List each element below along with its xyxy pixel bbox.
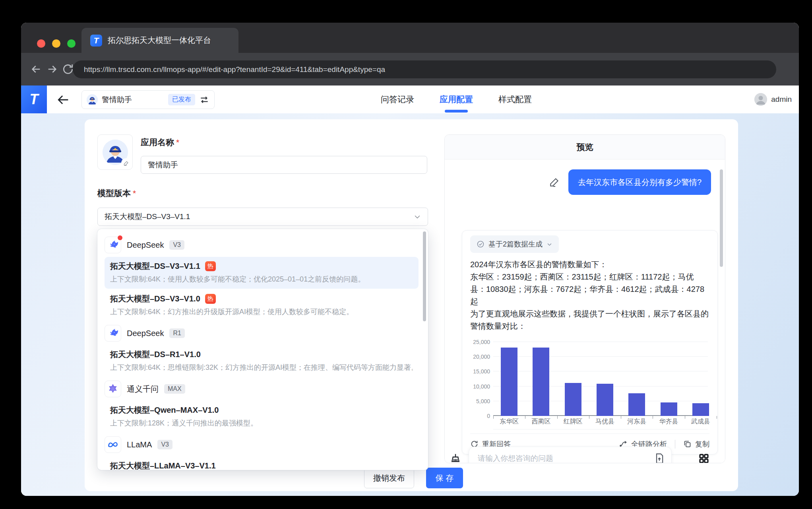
model-group-DeepSeek-V3: DeepSeekV3 bbox=[105, 234, 419, 256]
chevron-down-icon bbox=[547, 241, 552, 247]
model-option[interactable]: 拓天大模型–LLaMA–V3–V1.1上下文限制:8K；优化2024–12–25… bbox=[105, 457, 419, 470]
tab-title: 拓尔思拓天大模型一体化平台 bbox=[108, 35, 211, 46]
answer-line: 东华区：23159起；西蔺区：23115起；红牌区：11172起；马优县：108… bbox=[470, 271, 709, 308]
notification-dot bbox=[118, 235, 122, 240]
back-arrow-icon[interactable] bbox=[57, 93, 70, 107]
model-select[interactable]: 拓天大模型–DS–V3–V1.1 bbox=[97, 208, 428, 226]
header-tabs: 问答记录应用配置样式配置 bbox=[381, 85, 532, 113]
switch-app-icon[interactable] bbox=[199, 95, 209, 105]
app-header: T 警情助手 已发布 问答记录应用配置样式配置 admin bbox=[21, 85, 799, 113]
input-placeholder: 请输入你想咨询的问题 bbox=[478, 453, 553, 463]
apps-grid-icon[interactable] bbox=[698, 453, 710, 463]
provider-name: DeepSeek bbox=[127, 329, 164, 338]
y-axis-tick: 20,000 bbox=[473, 354, 490, 360]
bar-马优县 bbox=[597, 384, 613, 416]
url-bar[interactable]: https://llm.trscd.com.cn/llmops-app/#/ed… bbox=[73, 60, 776, 78]
hot-badge: 热 bbox=[205, 261, 216, 271]
browser-titlebar: T 拓尔思拓天大模型一体化平台 bbox=[21, 23, 799, 53]
provider-version-badge: V3 bbox=[169, 240, 184, 250]
published-status-badge: 已发布 bbox=[168, 94, 195, 105]
browser-tab[interactable]: T 拓尔思拓天大模型一体化平台 bbox=[81, 28, 238, 53]
deepseek-logo-icon bbox=[105, 237, 121, 253]
chat-area: 去年汉东市各区县分别有多少警情? 基于2篇数据生成 2024年汉东市各区县的警情 bbox=[445, 159, 725, 463]
app-name-input[interactable]: 警情助手 bbox=[141, 156, 427, 174]
x-axis-label: 华齐县 bbox=[653, 418, 684, 426]
clear-conversation-icon[interactable] bbox=[450, 453, 461, 463]
user-message-row: 去年汉东市各区县分别有多少警情? bbox=[445, 169, 725, 195]
edit-question-icon[interactable] bbox=[549, 177, 560, 187]
close-window-button[interactable] bbox=[37, 39, 45, 48]
app-avatar-card[interactable] bbox=[97, 134, 133, 170]
chevron-down-icon bbox=[413, 213, 421, 221]
model-option-name: 拓天大模型–DS–R1–V1.0 bbox=[110, 349, 201, 360]
username: admin bbox=[771, 95, 792, 104]
bar-武成县 bbox=[692, 403, 709, 416]
model-option-name: 拓天大模型–Qwen–MAX–V1.0 bbox=[110, 405, 219, 416]
save-button[interactable]: 保 存 bbox=[426, 468, 463, 488]
answer-line: 为了更直观地展示这些数据，我提供了一个柱状图，展示了各区县的警情数量对比： bbox=[470, 308, 709, 332]
user-menu[interactable]: admin bbox=[754, 85, 792, 113]
y-axis-tick: 25,000 bbox=[473, 339, 490, 345]
provider-name: DeepSeek bbox=[127, 241, 164, 250]
upload-file-icon[interactable] bbox=[654, 453, 665, 463]
app-switcher[interactable]: 警情助手 已发布 bbox=[81, 90, 215, 109]
tab-问答记录[interactable]: 问答记录 bbox=[381, 85, 414, 113]
y-axis-tick: 5,000 bbox=[476, 398, 490, 404]
zoom-window-button[interactable] bbox=[67, 39, 76, 48]
preview-panel: 预览 去年汉东市各区县分别有多少警情? 基于 bbox=[444, 134, 725, 463]
hot-badge: 热 bbox=[205, 294, 216, 304]
app-avatar bbox=[87, 94, 98, 105]
model-option[interactable]: 拓天大模型–DS–R1–V1.0上下文限制:64K；思维链限制:32K；幻方推出… bbox=[105, 345, 419, 377]
bar-东华区 bbox=[501, 348, 517, 416]
y-axis-tick: 15,000 bbox=[473, 368, 490, 375]
model-dropdown: DeepSeekV3拓天大模型–DS–V3–V1.1热上下文限制:64K；使用人… bbox=[97, 229, 428, 470]
x-axis-label: 马优县 bbox=[589, 418, 621, 426]
app-config-card: 应用名称* 警情助手 模型版本* 拓天大模型–DS–V3–V1.1 DeepSe… bbox=[85, 119, 738, 491]
model-option-description: 上下文限制:64K；使用人数较多可能不稳定；优化2025–01–01之前反馈的问… bbox=[110, 274, 413, 284]
footer-buttons: 撤销发布 保 存 bbox=[85, 468, 738, 488]
model-group-LLaMA-V3: LLaMAV3 bbox=[105, 433, 419, 456]
favicon: T bbox=[90, 35, 102, 47]
trs-logo[interactable]: T bbox=[21, 85, 47, 113]
assistant-answer-text: 2024年汉东市各区县的警情数量如下：东华区：23159起；西蔺区：23115起… bbox=[470, 258, 709, 332]
x-axis-label: 河东县 bbox=[621, 418, 653, 426]
browser-toolbar: https://llm.trscd.com.cn/llmops-app/#/ed… bbox=[21, 53, 799, 85]
model-option-description: 上下文限制:128K；通义千问推出的最强模型。 bbox=[110, 418, 413, 428]
x-axis-label: 武成县 bbox=[685, 418, 717, 426]
dropdown-scrollbar[interactable] bbox=[423, 231, 426, 321]
app-name-label: 应用名称* bbox=[141, 137, 179, 148]
question-input[interactable]: 请输入你想咨询的问题 bbox=[469, 447, 672, 463]
police-report-bar-chart: 05,00010,00015,00020,00025,000 东华区西蔺区红牌区… bbox=[470, 337, 709, 429]
minimize-window-button[interactable] bbox=[52, 39, 60, 48]
url-text: https://llm.trscd.com.cn/llmops-app/#/ed… bbox=[84, 65, 385, 74]
check-circle-icon bbox=[477, 240, 484, 248]
forward-icon[interactable] bbox=[46, 63, 58, 76]
tab-样式配置[interactable]: 样式配置 bbox=[498, 85, 532, 113]
bar-西蔺区 bbox=[533, 348, 549, 416]
model-option[interactable]: 拓天大模型–DS–V3–V1.1热上下文限制:64K；使用人数较多可能不稳定；优… bbox=[105, 257, 419, 289]
model-version-label: 模型版本* bbox=[97, 188, 136, 199]
source-chip-label: 基于2篇数据生成 bbox=[488, 239, 543, 249]
bar-河东县 bbox=[628, 393, 645, 416]
browser-window: T 拓尔思拓天大模型一体化平台 https://llm.trscd.com.cn… bbox=[21, 23, 799, 496]
chat-input-row: 请输入你想咨询的问题 bbox=[450, 447, 721, 463]
model-option[interactable]: 拓天大模型–DS–V3–V1.0热上下文限制:64K；幻方推出的升级版开源AI模… bbox=[105, 289, 419, 321]
unpublish-button[interactable]: 撤销发布 bbox=[364, 468, 414, 488]
bar-华齐县 bbox=[661, 402, 677, 416]
model-option[interactable]: 拓天大模型–Qwen–MAX–V1.0上下文限制:128K；通义千问推出的最强模… bbox=[105, 401, 419, 433]
provider-version-badge: R1 bbox=[169, 328, 184, 338]
provider-name: LLaMA bbox=[127, 440, 152, 449]
user-message-bubble: 去年汉东市各区县分别有多少警情? bbox=[568, 169, 711, 195]
model-option-description: 上下文限制:64K；幻方推出的升级版开源AI模型；使用人数较多可能不稳定。 bbox=[110, 307, 413, 317]
assistant-message-card: 基于2篇数据生成 2024年汉东市各区县的警情数量如下：东华区：23159起；西… bbox=[462, 230, 718, 455]
y-axis-tick: 0 bbox=[487, 413, 490, 419]
back-icon[interactable] bbox=[30, 63, 43, 76]
model-option-description: 上下文限制:64K；思维链限制:32K；幻方推出的开源AI模型；在推理、编写代码… bbox=[110, 363, 413, 372]
source-chip[interactable]: 基于2篇数据生成 bbox=[470, 235, 559, 253]
model-option-name: 拓天大模型–DS–V3–V1.1 bbox=[110, 261, 200, 272]
user-avatar bbox=[754, 93, 767, 106]
deepseek-logo-icon bbox=[105, 325, 121, 342]
tab-应用配置[interactable]: 应用配置 bbox=[440, 85, 473, 113]
edit-avatar-icon[interactable] bbox=[121, 158, 131, 168]
model-option-name: 拓天大模型–DS–V3–V1.0 bbox=[110, 293, 200, 304]
